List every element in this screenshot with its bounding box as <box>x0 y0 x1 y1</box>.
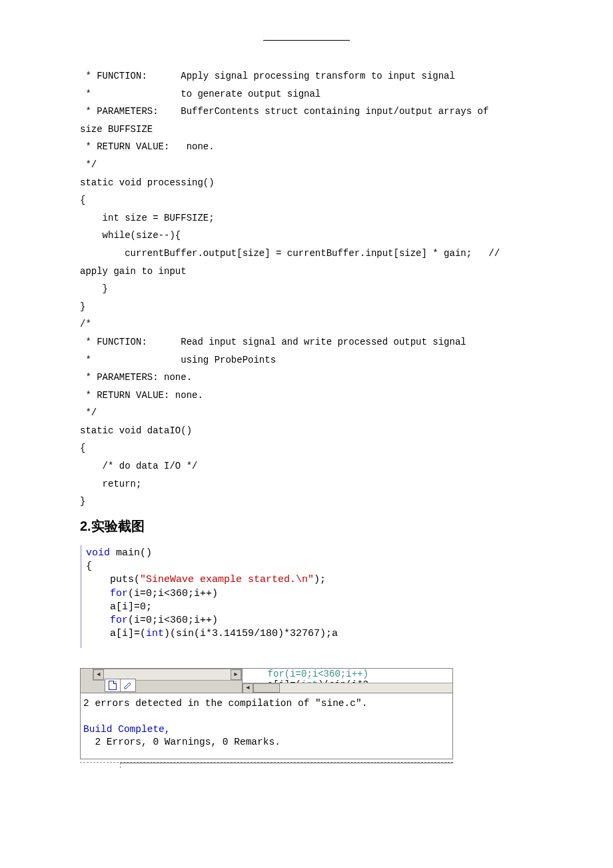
scroll-thumb[interactable] <box>253 683 280 693</box>
scroll-left-icon[interactable]: ◄ <box>243 683 253 693</box>
ide-status-divider <box>80 762 453 769</box>
editor-horizontal-scrollbar[interactable]: ◄ <box>243 683 452 693</box>
file-tab[interactable] <box>105 679 121 692</box>
editor-code-snippet: void main() { puts("SineWave example sta… <box>80 545 533 648</box>
section-heading: 2.实验截图 <box>80 517 533 535</box>
file-tab[interactable] <box>120 679 136 692</box>
editor-partial-view: for(i=0;i<360;i++) a[i]=(int)(sin(i*3. ◄ <box>243 669 452 693</box>
ide-tab-strip: ◄ ► <box>81 669 243 693</box>
scroll-left-icon[interactable]: ◄ <box>93 669 104 680</box>
ide-build-panel: ◄ ► for(i=0;i<360;i++) a[i]=(int)(sin(i*… <box>80 668 453 769</box>
header-divider <box>263 40 350 41</box>
pencil-icon <box>124 681 132 689</box>
c-source-listing: * FUNCTION: Apply signal processing tran… <box>80 67 533 511</box>
document-icon <box>109 681 117 690</box>
scroll-right-icon[interactable]: ► <box>231 669 241 680</box>
